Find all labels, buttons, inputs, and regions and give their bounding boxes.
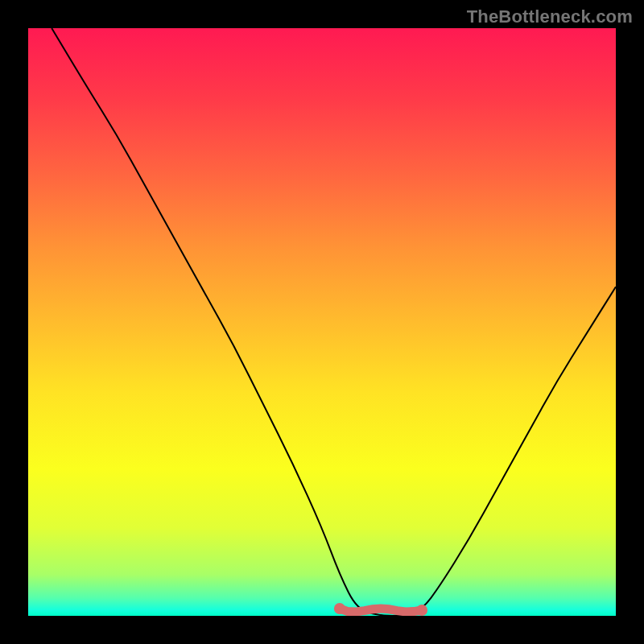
plot-area [28, 28, 616, 616]
curve-layer [28, 28, 616, 616]
watermark-text: TheBottleneck.com [467, 6, 633, 27]
optimal-range-band [340, 609, 422, 612]
optimal-range-dot-left [334, 603, 345, 614]
bottleneck-curve [52, 28, 616, 616]
chart-container: TheBottleneck.com [0, 0, 644, 644]
optimal-range-dot-right [416, 605, 427, 616]
